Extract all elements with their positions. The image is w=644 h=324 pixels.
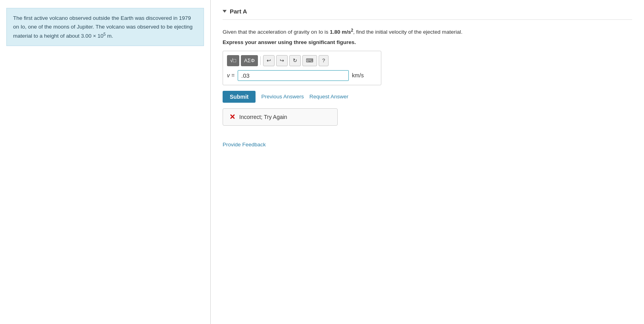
instruction-text: Express your answer using three signific… [223,39,632,45]
math-template-button[interactable]: √□ [227,55,239,66]
undo-icon: ↩ [267,58,271,63]
part-header: Part A [223,8,632,20]
refresh-icon: ↻ [293,58,297,63]
math-template-icon: √□ [230,58,236,63]
answer-input[interactable] [238,70,349,81]
answer-input-row: v = km/s [227,70,377,81]
refresh-button[interactable]: ↻ [289,55,301,66]
undo-button[interactable]: ↩ [263,55,275,66]
symbol-icon: ΑΣΦ [244,58,255,63]
context-text: The first active volcano observed outsid… [13,15,192,39]
incorrect-icon: ✕ [229,113,235,121]
formula-toolbar: √□ ΑΣΦ ↩ ↪ ↻ ⌨ ? [227,55,377,66]
redo-icon: ↪ [280,58,284,63]
redo-button[interactable]: ↪ [276,55,288,66]
left-panel: The first active volcano observed outsid… [0,0,210,324]
collapse-icon[interactable] [223,10,227,13]
keyboard-button[interactable]: ⌨ [302,55,317,66]
submit-button[interactable]: Submit [223,91,256,103]
symbol-button[interactable]: ΑΣΦ [241,55,258,66]
context-box: The first active volcano observed outsid… [6,8,204,46]
result-box: ✕ Incorrect; Try Again [223,108,338,126]
keyboard-icon: ⌨ [306,58,313,63]
formula-editor: √□ ΑΣΦ ↩ ↪ ↻ ⌨ ? v = km/ [223,51,381,85]
part-label: Part A [230,8,247,15]
incorrect-message: Incorrect; Try Again [239,114,287,120]
right-panel: Part A Given that the acceleration of gr… [211,0,644,324]
help-icon: ? [322,58,325,63]
action-row: Submit Previous Answers Request Answer [223,91,632,103]
help-button[interactable]: ? [319,55,329,66]
toolbar-separator [260,56,261,65]
unit-label: km/s [352,72,364,79]
feedback-link[interactable]: Provide Feedback [223,142,266,148]
variable-label: v = [227,72,235,79]
request-answer-link[interactable]: Request Answer [310,94,348,100]
question-text: Given that the acceleration of gravity o… [223,27,632,36]
previous-answers-link[interactable]: Previous Answers [261,94,304,100]
